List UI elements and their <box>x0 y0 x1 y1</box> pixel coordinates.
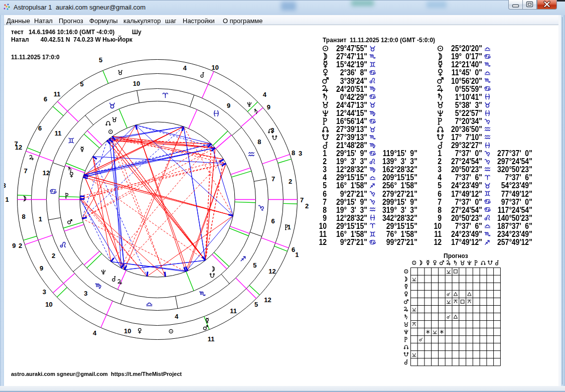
svg-text:6: 6 <box>292 246 295 253</box>
svg-text:2: 2 <box>52 252 55 259</box>
svg-text:5: 5 <box>80 80 83 88</box>
svg-text:11: 11 <box>54 90 61 98</box>
svg-text:9: 9 <box>227 102 230 109</box>
svg-text:1: 1 <box>287 223 291 231</box>
svg-text:5: 5 <box>254 301 258 308</box>
svg-text:5: 5 <box>99 56 102 64</box>
svg-text:10: 10 <box>124 327 131 335</box>
svg-text:6: 6 <box>271 217 274 225</box>
svg-text:3: 3 <box>299 150 302 157</box>
svg-text:9: 9 <box>267 103 270 111</box>
svg-text:8: 8 <box>292 149 295 157</box>
svg-text:7: 7 <box>271 175 275 183</box>
svg-text:1: 1 <box>39 215 42 223</box>
svg-text:7: 7 <box>14 140 18 148</box>
svg-text:10: 10 <box>45 301 52 308</box>
svg-text:5: 5 <box>253 262 256 269</box>
svg-text:11: 11 <box>208 335 215 343</box>
svg-text:12: 12 <box>43 169 50 177</box>
svg-text:11: 11 <box>55 129 62 137</box>
svg-text:12: 12 <box>264 296 271 304</box>
svg-text:2: 2 <box>289 178 292 185</box>
svg-text:6: 6 <box>44 95 47 103</box>
svg-text:11: 11 <box>230 307 237 315</box>
svg-text:9: 9 <box>40 265 43 272</box>
svg-text:9: 9 <box>12 242 16 249</box>
svg-text:8: 8 <box>22 213 25 220</box>
svg-text:4: 4 <box>183 64 187 72</box>
svg-text:12: 12 <box>268 268 275 275</box>
svg-text:2: 2 <box>19 242 22 249</box>
svg-text:4: 4 <box>175 313 179 320</box>
svg-text:6: 6 <box>38 124 42 132</box>
svg-text:1: 1 <box>295 251 299 258</box>
svg-text:10: 10 <box>133 80 140 87</box>
svg-text:4: 4 <box>93 329 97 337</box>
svg-text:10: 10 <box>212 64 219 71</box>
svg-text:8: 8 <box>257 138 261 146</box>
svg-text:3: 3 <box>84 290 87 297</box>
svg-text:4: 4 <box>263 91 267 98</box>
svg-text:3: 3 <box>43 288 46 296</box>
svg-text:7: 7 <box>300 196 304 204</box>
svg-text:2: 2 <box>305 202 309 210</box>
svg-text:7: 7 <box>24 167 27 175</box>
svg-text:1: 1 <box>5 196 9 203</box>
